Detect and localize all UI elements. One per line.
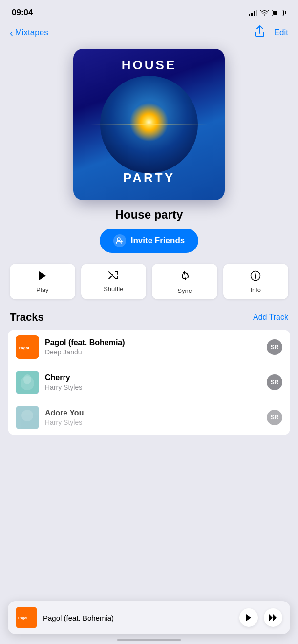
info-button[interactable]: Info: [223, 264, 289, 299]
track-item[interactable]: Adore You Harry Styles SR: [8, 400, 290, 435]
add-track-button[interactable]: Add Track: [253, 313, 288, 322]
now-playing-play-button[interactable]: [239, 608, 258, 627]
play-icon: [38, 270, 47, 283]
track-artist: Deep Jandu: [45, 348, 261, 356]
play-label: Play: [36, 286, 48, 293]
invite-container: Invite Friends: [0, 229, 298, 253]
track-artwork-cherry: [16, 371, 39, 394]
svg-text:Pagol: Pagol: [18, 616, 27, 620]
album-art-container: HOUSE PARTY: [0, 44, 298, 208]
track-artist: Harry Styles: [45, 418, 261, 426]
now-playing-artwork: Pagol: [16, 607, 37, 628]
action-buttons: Play Shuffle Sync Info: [0, 264, 298, 299]
tracks-section-title: Tracks: [10, 311, 44, 324]
track-artist: Harry Styles: [45, 383, 261, 391]
shuffle-icon: [107, 270, 119, 282]
sync-label: Sync: [177, 287, 192, 294]
home-indicator: [117, 639, 181, 641]
now-playing-controls: [239, 608, 282, 627]
sync-button[interactable]: Sync: [152, 264, 217, 299]
now-playing-title: Pagol (feat. Bohemia): [43, 614, 234, 622]
track-name: Cherry: [45, 374, 261, 382]
signal-bars-icon: [249, 9, 257, 16]
nav-bar: ‹ Mixtapes Edit: [0, 21, 298, 44]
wifi-icon: [260, 10, 269, 16]
track-artwork-pagol: Pagol: [16, 335, 39, 359]
back-button[interactable]: ‹ Mixtapes: [10, 27, 48, 39]
playlist-title: House party: [0, 208, 298, 222]
track-item[interactable]: Cherry Harry Styles SR: [8, 365, 290, 400]
shuffle-label: Shuffle: [104, 285, 123, 292]
battery-icon: [272, 10, 286, 16]
nav-right: Edit: [255, 25, 288, 40]
track-name: Adore You: [45, 409, 261, 417]
invite-icon: [113, 234, 126, 247]
svg-point-8: [21, 410, 33, 421]
art-title-top: HOUSE: [73, 58, 225, 73]
now-playing-forward-button[interactable]: [264, 608, 282, 627]
shuffle-button[interactable]: Shuffle: [81, 264, 147, 299]
track-info: Adore You Harry Styles: [45, 409, 261, 426]
tracks-header: Tracks Add Track: [0, 311, 298, 330]
status-time: 09:04: [12, 8, 33, 18]
info-icon: [250, 270, 261, 283]
svg-point-0: [117, 238, 120, 241]
track-list: Pagol Pagol (feat. Bohemia) Deep Jandu S…: [8, 330, 290, 435]
track-info: Pagol (feat. Bohemia) Deep Jandu: [45, 338, 261, 356]
svg-text:Pagol: Pagol: [19, 346, 29, 350]
art-title-bottom: PARTY: [73, 170, 225, 186]
share-button[interactable]: [255, 25, 265, 40]
status-bar: 09:04: [0, 0, 298, 21]
invite-label: Invite Friends: [131, 236, 185, 246]
play-button[interactable]: Play: [10, 264, 75, 299]
album-art: HOUSE PARTY: [73, 49, 225, 200]
info-label: Info: [250, 286, 261, 293]
edit-button[interactable]: Edit: [274, 28, 288, 38]
track-added-by-avatar: SR: [267, 410, 282, 425]
invite-friends-button[interactable]: Invite Friends: [100, 229, 199, 253]
track-name: Pagol (feat. Bohemia): [45, 338, 261, 347]
status-icons: [249, 9, 286, 16]
now-playing-bar: Pagol Pagol (feat. Bohemia): [8, 601, 290, 634]
track-item[interactable]: Pagol Pagol (feat. Bohemia) Deep Jandu S…: [8, 330, 290, 365]
track-info: Cherry Harry Styles: [45, 374, 261, 391]
back-label: Mixtapes: [15, 28, 48, 38]
track-artwork-adore: [16, 406, 39, 429]
chevron-left-icon: ‹: [10, 27, 13, 39]
sync-icon: [179, 270, 191, 284]
track-added-by-avatar: SR: [267, 339, 282, 355]
svg-point-6: [23, 374, 31, 384]
track-added-by-avatar: SR: [267, 374, 282, 390]
